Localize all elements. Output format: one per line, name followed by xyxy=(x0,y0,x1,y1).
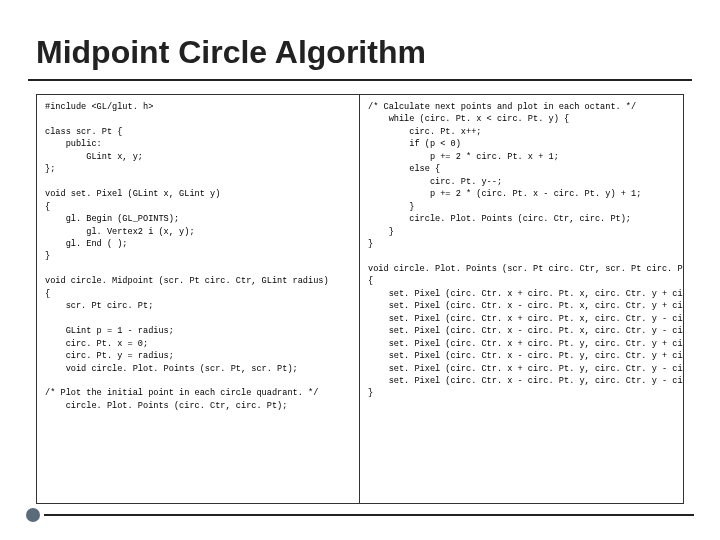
footer-bullet-icon xyxy=(26,508,40,522)
title-rule xyxy=(28,79,692,81)
code-frame: #include <GL/glut. h> class scr. Pt { pu… xyxy=(36,94,684,504)
code-right: /* Calculate next points and plot in eac… xyxy=(368,101,677,400)
code-column-right: /* Calculate next points and plot in eac… xyxy=(360,95,683,503)
code-left: #include <GL/glut. h> class scr. Pt { pu… xyxy=(45,101,353,412)
footer-rule xyxy=(44,514,694,516)
page-title: Midpoint Circle Algorithm xyxy=(36,34,692,71)
code-columns: #include <GL/glut. h> class scr. Pt { pu… xyxy=(37,95,683,503)
code-column-left: #include <GL/glut. h> class scr. Pt { pu… xyxy=(37,95,360,503)
slide: Midpoint Circle Algorithm #include <GL/g… xyxy=(0,0,720,540)
